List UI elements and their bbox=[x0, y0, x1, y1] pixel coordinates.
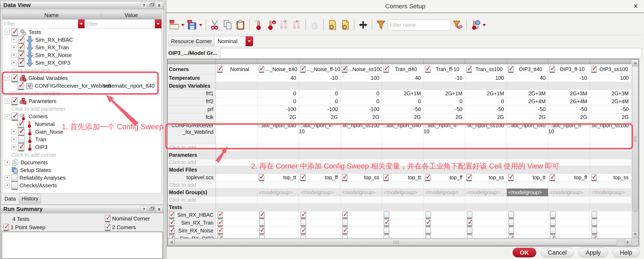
checkbox-icon[interactable] bbox=[508, 220, 514, 226]
checkbox-icon[interactable] bbox=[383, 174, 389, 181]
checkbox-icon[interactable] bbox=[467, 212, 472, 218]
close-icon[interactable]: X bbox=[156, 2, 162, 9]
table-cell[interactable] bbox=[216, 227, 258, 234]
table-cell[interactable]: 2G+1M bbox=[465, 90, 507, 98]
tree-item-global-variables[interactable]: −Global Variables bbox=[2, 74, 162, 82]
collapse-icon[interactable]: − bbox=[5, 114, 10, 119]
table-cell[interactable] bbox=[216, 159, 258, 166]
checkbox-icon[interactable] bbox=[300, 212, 306, 218]
point-sweep-stat[interactable]: 1 Point Sweep bbox=[3, 224, 46, 231]
table-cell[interactable] bbox=[424, 82, 465, 90]
move-columns-icon[interactable] bbox=[357, 18, 369, 31]
scroll-up-icon[interactable] bbox=[632, 60, 638, 66]
tree-item-parameters[interactable]: −Parameters bbox=[2, 98, 162, 105]
table-cell[interactable] bbox=[465, 227, 507, 234]
table-cell[interactable] bbox=[340, 219, 382, 227]
table-cell[interactable] bbox=[258, 182, 299, 188]
tree-item-checks-asserts[interactable]: +Checks/Asserts bbox=[2, 182, 162, 190]
table-cell[interactable] bbox=[258, 82, 299, 90]
expand-icon[interactable]: + bbox=[12, 145, 16, 150]
table-cell[interactable]: -10 bbox=[424, 74, 465, 82]
checkbox-icon[interactable] bbox=[259, 235, 265, 238]
resource-corner-select[interactable]: Nominal bbox=[215, 36, 246, 46]
corners-count-stat[interactable]: 2 Corners bbox=[105, 224, 136, 231]
table-cell[interactable] bbox=[340, 204, 382, 211]
cut-icon[interactable] bbox=[209, 18, 220, 31]
table-cell[interactable] bbox=[382, 211, 424, 219]
table-cell[interactable] bbox=[507, 144, 548, 151]
table-cell[interactable] bbox=[465, 166, 507, 174]
model-file-section[interactable]: top_ss bbox=[598, 174, 629, 180]
table-cell[interactable]: OIP3_ss100 bbox=[590, 64, 632, 74]
table-cell[interactable] bbox=[299, 196, 340, 203]
tree-item-sim-rx-tran[interactable]: +Sim_RX_Tran bbox=[2, 44, 162, 52]
table-cell[interactable]: top_tt bbox=[382, 174, 424, 181]
table-cell[interactable]: Nominal bbox=[216, 64, 258, 74]
checkbox-icon[interactable] bbox=[592, 227, 597, 234]
table-cell[interactable] bbox=[216, 98, 258, 105]
table-cell[interactable] bbox=[590, 196, 632, 203]
table-cell[interactable] bbox=[507, 82, 548, 90]
table-cell[interactable]: ...tic_nport_ss100 bbox=[340, 121, 382, 144]
table-cell[interactable] bbox=[590, 159, 632, 166]
table-cell[interactable]: -10 bbox=[299, 74, 340, 82]
table-cell[interactable] bbox=[382, 219, 424, 227]
collapse-icon[interactable]: − bbox=[5, 76, 10, 81]
checkbox-icon[interactable] bbox=[425, 227, 431, 234]
scroll-right-icon[interactable] bbox=[625, 239, 632, 246]
checkbox-icon[interactable] bbox=[300, 227, 306, 234]
table-cell[interactable] bbox=[507, 159, 548, 166]
table-cell[interactable]: 100 bbox=[340, 74, 382, 82]
help-icon[interactable]: ? bbox=[140, 2, 147, 9]
model-file-section[interactable]: top_ss bbox=[473, 174, 504, 180]
table-cell[interactable]: ...tic_nport_ss100 bbox=[465, 121, 507, 144]
checkbox-icon[interactable] bbox=[18, 59, 24, 67]
table-cell[interactable] bbox=[299, 204, 340, 211]
table-cell[interactable] bbox=[216, 74, 258, 82]
table-cell[interactable] bbox=[216, 211, 258, 219]
checkbox-icon[interactable] bbox=[508, 66, 514, 73]
table-cell[interactable] bbox=[340, 196, 382, 203]
horizontal-scrollbar[interactable] bbox=[168, 238, 632, 246]
table-cell[interactable] bbox=[465, 196, 507, 203]
load-setup-icon[interactable] bbox=[327, 18, 338, 31]
table-cell[interactable] bbox=[382, 151, 424, 159]
tree-placeholder-row[interactable]: Click to add variable bbox=[2, 90, 162, 98]
checkbox-icon[interactable] bbox=[384, 227, 389, 234]
scroll-down-icon[interactable] bbox=[632, 231, 638, 238]
checkbox-icon[interactable] bbox=[18, 143, 24, 151]
table-cell[interactable] bbox=[507, 59, 548, 64]
table-cell[interactable]: 2G bbox=[507, 113, 548, 121]
table-cell[interactable]: 2G bbox=[340, 113, 382, 121]
table-cell[interactable]: top_ss bbox=[590, 174, 632, 181]
table-cell[interactable] bbox=[424, 211, 465, 219]
table-cell[interactable]: 2G+4M bbox=[590, 98, 632, 105]
checkbox-icon[interactable] bbox=[300, 174, 306, 181]
checkbox-icon[interactable] bbox=[467, 220, 472, 226]
copy-icon[interactable] bbox=[222, 18, 234, 31]
table-cell[interactable] bbox=[258, 159, 299, 166]
checkbox-icon[interactable] bbox=[218, 227, 223, 234]
checkbox-icon[interactable] bbox=[300, 235, 306, 238]
checkbox-icon[interactable] bbox=[259, 220, 265, 226]
cancel-button[interactable]: Cancel bbox=[541, 248, 574, 257]
checkbox-icon[interactable] bbox=[12, 97, 18, 105]
checkbox-icon[interactable] bbox=[592, 212, 597, 218]
checkbox-icon[interactable] bbox=[217, 66, 222, 73]
checkbox-icon[interactable] bbox=[384, 220, 389, 226]
table-cell[interactable]: 0 bbox=[340, 98, 382, 105]
table-cell[interactable]: ..._Noise_tt40 bbox=[258, 64, 299, 74]
help-button[interactable]: Help bbox=[612, 248, 640, 257]
model-file-section[interactable]: top_tt bbox=[390, 174, 421, 180]
checkbox-icon[interactable] bbox=[467, 227, 472, 234]
table-cell[interactable]: ..._Noise_ff-10 bbox=[299, 64, 340, 74]
checkbox-icon[interactable] bbox=[12, 182, 18, 190]
checkbox-icon[interactable] bbox=[425, 212, 431, 218]
table-cell[interactable] bbox=[507, 182, 548, 188]
restore-icon[interactable] bbox=[148, 206, 155, 212]
tree-item-value[interactable]: schematic_nport_tt40 bbox=[103, 83, 155, 89]
table-cell[interactable] bbox=[507, 204, 548, 211]
table-cell[interactable]: 40 bbox=[507, 74, 548, 82]
expand-icon[interactable]: + bbox=[12, 53, 16, 58]
model-file-section[interactable]: top_tt bbox=[266, 174, 296, 180]
